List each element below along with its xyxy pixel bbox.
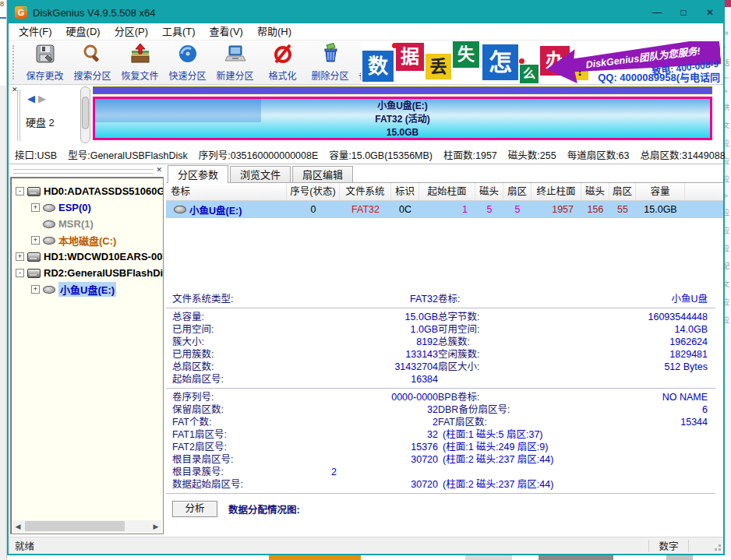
expander-icon[interactable]: + xyxy=(31,285,40,294)
tree-item-usb-e[interactable]: + 小鱼U盘(E:) xyxy=(11,281,163,298)
partition-icon xyxy=(43,286,55,294)
detail-chs-value: (柱面:1 磁头:249 扇区:9) xyxy=(438,441,548,453)
expander-icon[interactable]: - xyxy=(16,187,24,195)
diskview-scrollbar-thumb[interactable] xyxy=(82,97,89,129)
info-cylinders: 柱面数:1957 xyxy=(443,147,497,162)
save-icon xyxy=(34,43,56,68)
detail-label: 起始扇区号: xyxy=(172,373,297,386)
diskgenius-window: G DiskGenius V4.9.5.508 x64 — □ ✕ 文件(F) … xyxy=(7,0,725,555)
tab-sector-edit[interactable]: 扇区编辑 xyxy=(292,166,353,182)
cell-end-head: 156 xyxy=(581,204,609,215)
tree-item-label: HD1:WDCWD10EARS-00Y5B xyxy=(44,251,164,262)
detail-value: 30720 xyxy=(297,478,438,491)
disk-info-bar: 接口:USB 型号:GeneralUSBFlashDisk 序列号:035160… xyxy=(9,146,723,164)
tab-browse-files[interactable]: 浏览文件 xyxy=(230,166,291,182)
cell-end-cyl: 1957 xyxy=(531,204,581,215)
partition-bar-area: 小鱼U盘(E:) FAT32 (活动) 15.0GB xyxy=(93,85,712,146)
cell-index: 0 xyxy=(287,204,340,215)
recover-files-button[interactable]: 恢复文件 xyxy=(116,42,164,83)
detail-value: 15344 xyxy=(555,416,723,428)
col-index[interactable]: 序号(状态) xyxy=(287,183,340,200)
tree-item-rd2[interactable]: - RD2:GeneralUSBFlashDi xyxy=(11,265,163,281)
prev-disk-icon[interactable]: ◀ xyxy=(27,93,38,104)
tree-item-hd0[interactable]: - HD0:ADATASSDS51060GB( xyxy=(11,183,163,199)
detail-value: 2 xyxy=(297,416,438,428)
detail-label: 总扇区数: xyxy=(172,361,297,373)
detail-label: 文件系统类型: xyxy=(172,293,297,305)
col-filesystem[interactable]: 文件系统 xyxy=(340,183,391,200)
col-end-sec[interactable]: 扇区 xyxy=(609,183,636,200)
col-end-cyl[interactable]: 终止柱面 xyxy=(531,183,581,200)
menu-partition[interactable]: 分区(P) xyxy=(108,24,155,40)
menu-file[interactable]: 文件(F) xyxy=(12,24,59,40)
info-serial: 序列号:035160000000008E xyxy=(199,147,319,162)
search-partition-button[interactable]: 搜索分区 xyxy=(69,42,116,83)
previous-disk-bar[interactable] xyxy=(93,86,712,94)
col-start-head[interactable]: 磁头 xyxy=(475,183,503,200)
statusbar: 就绪 数字 xyxy=(9,537,723,554)
partition-icon xyxy=(43,204,55,212)
detail-row: FAT个数: 2 FAT扇区数: 15344 xyxy=(166,416,723,428)
toolbar-label: 搜索分区 xyxy=(73,69,111,82)
bg-left-fill xyxy=(0,86,7,560)
hdd-icon xyxy=(27,252,41,262)
resize-grip[interactable] xyxy=(711,541,722,551)
col-volume[interactable]: 卷标 xyxy=(166,183,287,200)
selected-partition-bar[interactable]: 小鱼U盘(E:) FAT32 (活动) 15.0GB xyxy=(93,97,712,140)
scroll-right-icon[interactable]: ▶ xyxy=(150,523,161,530)
detail-value: 32 xyxy=(297,428,438,441)
detail-value: 30720 xyxy=(297,453,438,466)
delete-partition-button[interactable]: 删除分区 xyxy=(306,42,354,83)
tree-item-msr[interactable]: MSR(1) xyxy=(11,216,163,232)
col-capacity[interactable]: 容量 xyxy=(636,183,685,200)
col-start-cyl[interactable]: 起始柱面 xyxy=(419,183,475,200)
detail-value: FAT32 xyxy=(297,293,438,305)
tree-horizontal-scrollbar[interactable]: ◀ ▶ xyxy=(12,520,161,532)
analyze-button[interactable]: 分析 xyxy=(172,501,217,517)
detail-row: 保留扇区数: 32 DBR备份扇区号: 6 xyxy=(166,403,723,416)
menu-tools[interactable]: 工具(T) xyxy=(155,24,203,40)
tab-partition-params[interactable]: 分区参数 xyxy=(168,165,228,183)
next-disk-icon[interactable]: ▶ xyxy=(38,93,49,104)
menu-view[interactable]: 查看(V) xyxy=(203,24,250,40)
tree-item-hd1[interactable]: + HD1:WDCWD10EARS-00Y5B xyxy=(11,248,163,265)
detail-value: 512 Bytes xyxy=(555,361,723,373)
save-changes-button[interactable]: 保存更改 xyxy=(21,42,69,83)
detail-row: 卷序列号: 0000-0000 BPB卷标: NO NAME xyxy=(166,391,723,403)
status-numlock: 数字 xyxy=(649,538,688,553)
expander-icon[interactable]: + xyxy=(16,252,24,261)
format-button[interactable]: 格式化 xyxy=(259,42,306,83)
col-end-head[interactable]: 磁头 xyxy=(581,183,609,200)
menu-help[interactable]: 帮助(H) xyxy=(250,24,298,40)
ad-banner[interactable]: 数 据 丢 失 怎 么 办 ! DiskGenius团队为您服务! 致电: 40… xyxy=(361,41,721,84)
banner-tile: 数 xyxy=(362,51,394,82)
detail-label: 簇大小: xyxy=(172,336,297,348)
col-id[interactable]: 标识 xyxy=(391,183,419,200)
close-button[interactable]: ✕ xyxy=(697,2,723,23)
tree-scrollbar-thumb[interactable] xyxy=(25,521,125,531)
partition-table-row[interactable]: 小鱼U盘(E:) 0 FAT32 0C 1 5 5 1957 156 55 15… xyxy=(166,201,723,218)
quick-partition-button[interactable]: 快速分区 xyxy=(164,42,211,83)
toolbar-label: 新建分区 xyxy=(216,69,253,82)
banner-tile: 丢 xyxy=(426,54,451,79)
detail-label: 扇区大小: xyxy=(438,361,555,373)
detail-label: 空闲簇数: xyxy=(438,348,555,361)
new-partition-button[interactable]: 新建分区 xyxy=(211,42,259,83)
col-start-sec[interactable]: 扇区 xyxy=(503,183,531,200)
diskview-splitter[interactable] xyxy=(17,90,20,141)
maximize-button[interactable]: □ xyxy=(670,2,697,23)
separator xyxy=(166,388,715,389)
tree-item-local-c[interactable]: + 本地磁盘(C:) xyxy=(11,232,163,248)
info-interface: 接口:USB xyxy=(15,147,57,162)
menu-disk[interactable]: 硬盘(D) xyxy=(59,24,108,40)
diskview-scrollbar[interactable] xyxy=(80,86,90,143)
tree-item-esp[interactable]: + ESP(0) xyxy=(11,199,163,216)
expander-icon[interactable]: - xyxy=(16,269,24,277)
scroll-left-icon[interactable]: ◀ xyxy=(12,523,23,530)
expander-icon[interactable]: + xyxy=(31,236,40,245)
tree-close-icon[interactable]: ✕ xyxy=(156,166,162,174)
expander-icon[interactable]: + xyxy=(31,203,40,212)
minimize-button[interactable]: — xyxy=(644,2,670,23)
detail-label: 卷标: xyxy=(438,293,555,305)
bg-bottom-gray2 xyxy=(539,555,613,560)
